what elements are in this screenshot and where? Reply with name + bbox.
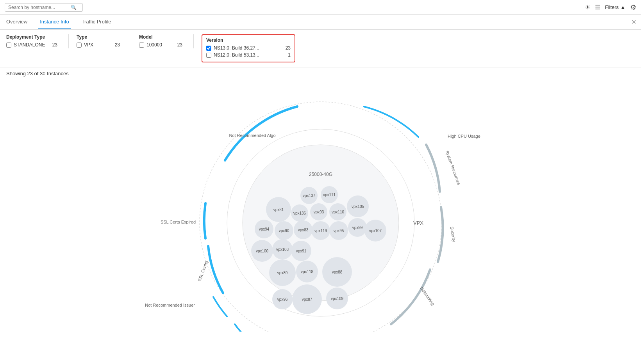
label-vpx89: vpx89 xyxy=(277,271,287,275)
label-vpx96: vpx96 xyxy=(277,297,287,302)
label-vpx111: vpx111 xyxy=(323,193,336,197)
deployment-type-label: Deployment Type xyxy=(6,34,61,40)
label-vpx91: vpx91 xyxy=(296,249,306,253)
filter-item-100000: 100000 23 xyxy=(139,42,186,48)
filter-item-vpx: VPX 23 xyxy=(77,42,123,48)
label-vpx90: vpx90 xyxy=(279,229,289,233)
label-vpx119: vpx119 xyxy=(314,229,327,233)
ns13-count: 23 xyxy=(283,45,291,51)
search-input[interactable] xyxy=(8,5,71,10)
label-ssl-certs-expired: SSL Certs Expired xyxy=(160,220,195,224)
arc-system-resources xyxy=(426,145,440,192)
label-ssl-config: SSL Config xyxy=(197,260,209,282)
label-vpx100: vpx100 xyxy=(255,249,268,253)
arc-ssl-certs-expired xyxy=(204,203,205,238)
label-security: Security xyxy=(449,226,457,243)
filter-group-version: Version NS13.0: Build 36.27... 23 NS12.0… xyxy=(202,34,295,62)
model-label: Model xyxy=(139,34,186,40)
label-not-recommended-algo: Not Recommended Algo xyxy=(229,133,275,138)
tab-traffic-profile[interactable]: Traffic Profile xyxy=(80,15,113,29)
chart-container: Not Recommended Algo High CPU Usage Syst… xyxy=(0,78,641,332)
tab-instance-info[interactable]: Instance Info xyxy=(38,15,70,29)
label-vpx107: vpx107 xyxy=(369,229,382,233)
filter-row: Deployment Type STANDALONE 23 Type VPX 2… xyxy=(0,30,641,67)
label-vpx81: vpx81 xyxy=(273,208,284,212)
ns12-count: 1 xyxy=(283,52,291,58)
showing-instances-text: Showing 23 of 30 Instances xyxy=(0,67,641,78)
center-label: 25000-40G xyxy=(309,172,332,177)
label-vpx103: vpx103 xyxy=(276,247,289,252)
checkbox-standalone[interactable] xyxy=(6,43,11,48)
label-networking: Networking xyxy=(419,286,435,306)
label-vpx87: vpx87 xyxy=(302,297,312,302)
label-vpx94: vpx94 xyxy=(259,227,269,231)
menu-icon[interactable]: ☰ xyxy=(595,4,600,11)
ns13-label: NS13.0: Build 36.27... xyxy=(214,45,259,51)
model-100000-count: 23 xyxy=(177,42,186,48)
filter-item-standalone: STANDALONE 23 xyxy=(6,42,61,48)
label-vpx109: vpx109 xyxy=(330,297,343,301)
checkbox-vpx[interactable] xyxy=(77,43,82,48)
label-system-resources: System Resources xyxy=(445,150,461,185)
label-vpx136: vpx136 xyxy=(293,211,306,215)
vpx-center-label: VPX xyxy=(413,220,423,226)
arc-networking xyxy=(391,270,430,324)
arc-high-cpu xyxy=(364,107,418,137)
chevron-up-icon: ▲ xyxy=(620,4,625,10)
label-vpx88: vpx88 xyxy=(332,270,342,274)
search-box[interactable]: 🔍 xyxy=(5,3,83,12)
settings-icon[interactable]: ⚙ xyxy=(630,3,636,12)
tab-close-icon[interactable]: ✕ xyxy=(631,19,636,25)
filters-label: Filters xyxy=(605,4,619,10)
header-right: ☀ ☰ Filters ▲ ⚙ xyxy=(585,3,636,12)
filter-group-model: Model 100000 23 xyxy=(131,34,194,48)
vpx-count: 23 xyxy=(115,42,123,48)
label-vpx105: vpx105 xyxy=(351,204,364,209)
ns12-label: NS12.0: Build 53.13... xyxy=(214,52,259,58)
checkbox-100000[interactable] xyxy=(139,43,144,48)
search-icon: 🔍 xyxy=(71,5,77,10)
label-vpx93: vpx93 xyxy=(313,210,324,214)
label-vpx83: vpx83 xyxy=(298,228,308,232)
globe-icon[interactable]: ☀ xyxy=(585,4,590,11)
standalone-count: 23 xyxy=(52,42,61,48)
model-100000-label: 100000 xyxy=(146,42,162,48)
filters-button[interactable]: Filters ▲ xyxy=(605,4,625,10)
filter-group-type: Type VPX 23 xyxy=(69,34,131,48)
standalone-label: STANDALONE xyxy=(14,42,45,48)
label-vpx95: vpx95 xyxy=(333,229,344,233)
tabs-bar: Overview Instance Info Traffic Profile ✕ xyxy=(0,15,641,30)
label-high-cpu: High CPU Usage xyxy=(448,134,480,138)
checkbox-ns12[interactable] xyxy=(206,53,211,58)
vpx-label: VPX xyxy=(84,42,93,48)
filter-item-ns13: NS13.0: Build 36.27... 23 xyxy=(206,45,291,51)
filter-item-ns12: NS12.0: Build 53.13... 1 xyxy=(206,52,291,58)
label-not-recommended-issuer: Not Recommended Issuer xyxy=(145,303,195,307)
arc-key-strength xyxy=(235,324,248,332)
arc-not-recommended-issuer xyxy=(213,297,227,316)
header: 🔍 ☀ ☰ Filters ▲ ⚙ xyxy=(0,0,641,15)
type-label: Type xyxy=(77,34,123,40)
tab-overview[interactable]: Overview xyxy=(5,15,29,29)
filter-group-deployment-type: Deployment Type STANDALONE 23 xyxy=(6,34,69,48)
arc-security xyxy=(438,207,443,262)
label-vpx118: vpx118 xyxy=(300,270,313,274)
label-vpx137: vpx137 xyxy=(302,194,315,198)
label-vpx99: vpx99 xyxy=(352,226,362,230)
arc-ssl-config xyxy=(208,246,223,293)
checkbox-ns13[interactable] xyxy=(206,46,211,51)
label-vpx110: vpx110 xyxy=(331,210,344,214)
version-label: Version xyxy=(206,37,291,43)
bubble-chart: Not Recommended Algo High CPU Usage Syst… xyxy=(145,90,496,332)
